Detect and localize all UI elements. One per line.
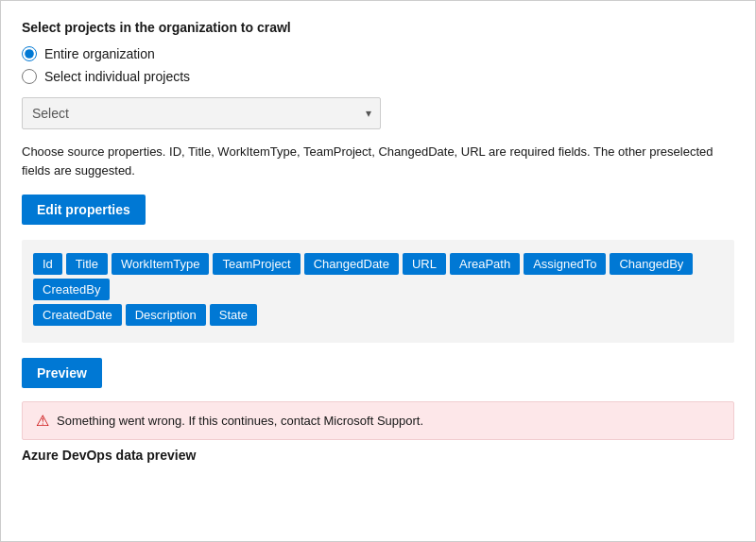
error-icon: ⚠ [36, 412, 49, 430]
tag-changeddate: ChangedDate [304, 253, 399, 275]
error-message: Something went wrong. If this continues,… [57, 414, 423, 428]
radio-entire-org[interactable]: Entire organization [22, 46, 734, 61]
tag-teamproject: TeamProject [213, 253, 300, 275]
tag-description: Description [126, 304, 206, 326]
tags-area: Id Title WorkItemType TeamProject Change… [22, 240, 734, 343]
tag-assignedto: AssignedTo [524, 253, 606, 275]
tag-changedby: ChangedBy [610, 253, 693, 275]
edit-properties-button[interactable]: Edit properties [22, 195, 146, 225]
radio-entire-org-input[interactable] [22, 46, 37, 61]
tags-row-1: Id Title WorkItemType TeamProject Change… [33, 253, 723, 300]
radio-group: Entire organization Select individual pr… [22, 46, 734, 84]
tag-workitemtype: WorkItemType [112, 253, 210, 275]
radio-individual-projects[interactable]: Select individual projects [22, 69, 734, 84]
preview-label: Azure DevOps data preview [22, 448, 734, 463]
tag-url: URL [403, 253, 446, 275]
section-title: Select projects in the organization to c… [22, 20, 734, 35]
tag-state: State [210, 304, 257, 326]
radio-individual-label: Select individual projects [44, 69, 190, 84]
tag-id: Id [33, 253, 62, 275]
radio-entire-org-label: Entire organization [44, 46, 155, 61]
tag-title: Title [66, 253, 108, 275]
preview-button[interactable]: Preview [22, 358, 102, 388]
error-banner: ⚠ Something went wrong. If this continue… [22, 401, 734, 440]
tag-createdby: CreatedBy [33, 279, 110, 300]
project-select-wrapper: Select ▾ [22, 97, 381, 129]
project-select[interactable]: Select [22, 97, 381, 129]
description-text: Choose source properties. ID, Title, Wor… [22, 143, 734, 179]
tag-createddate: CreatedDate [33, 304, 122, 326]
tag-areapath: AreaPath [450, 253, 520, 275]
radio-individual-input[interactable] [22, 69, 37, 84]
main-container: Select projects in the organization to c… [0, 0, 756, 542]
tags-row-2: CreatedDate Description State [33, 304, 723, 326]
